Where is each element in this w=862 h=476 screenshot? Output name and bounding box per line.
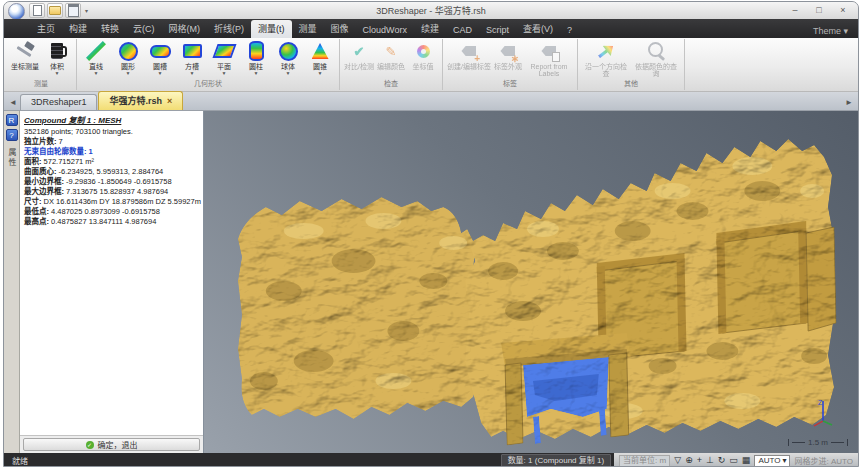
app-logo-icon[interactable]: [8, 3, 25, 20]
close-button[interactable]: ×: [832, 4, 854, 17]
ribbon-tab-6[interactable]: 测量(t): [251, 20, 292, 38]
titlebar: ▾ 3DReshaper - 华强方特.rsh – □ ×: [4, 2, 858, 19]
ribbon-group-buttons: 直线▼圆形▼圆槽▼方槽▼平面▼圆柱▼球体▼圆锥▼: [80, 39, 336, 77]
chevron-down-icon[interactable]: ▼: [190, 71, 195, 76]
ribbon-button-1-3[interactable]: 方槽▼: [176, 39, 208, 76]
chevron-down-icon[interactable]: ▼: [222, 71, 227, 76]
window-title: 3DReshaper - 华强方特.rsh: [4, 4, 858, 17]
chevron-down-icon[interactable]: ▼: [94, 71, 99, 76]
ribbon-tab-4[interactable]: 网格(M): [162, 20, 208, 38]
rotation-center-icon[interactable]: ⊥: [706, 456, 714, 465]
chevron-down-icon[interactable]: ▼: [286, 71, 291, 76]
ribbon-group-label: 几何形状: [80, 77, 336, 90]
ribbon-tab-3[interactable]: 云(C): [126, 20, 162, 38]
ribbon-button-1-2[interactable]: 圆槽▼: [144, 39, 176, 76]
ribbon-button-1-4[interactable]: 平面▼: [208, 39, 240, 76]
ribbon-button-2-0[interactable]: 对比/检测: [343, 39, 375, 70]
new-file-icon[interactable]: [29, 3, 45, 18]
reshaper-mini-icon[interactable]: R: [6, 114, 18, 126]
edit-color-icon: [380, 40, 402, 62]
chevron-down-icon[interactable]: ▼: [55, 71, 60, 76]
ribbon-tab-11[interactable]: CAD: [446, 23, 479, 38]
ribbon-button-1-1[interactable]: 圆形▼: [112, 39, 144, 76]
open-file-icon[interactable]: [47, 3, 63, 18]
ribbon-button-3-0[interactable]: 创建/编辑标签: [446, 39, 492, 70]
doc-tabs-scroll-right-icon[interactable]: ►: [842, 98, 856, 110]
ribbon-group-buttons: 对比/检测编辑颜色坐标值: [343, 39, 439, 77]
axis-z-label: Z: [818, 399, 823, 406]
tag-add-icon: [458, 40, 480, 62]
mesh-property-line-6: 尺寸: DX 16.611436m DY 18.879586m DZ 5.599…: [24, 197, 199, 207]
render-mode-dropdown[interactable]: AUTO▾: [754, 455, 790, 467]
grid-display-icon[interactable]: ▦: [742, 456, 751, 465]
ribbon-button-1-0[interactable]: 直线▼: [80, 39, 112, 76]
ribbon-tab-1[interactable]: 构建: [62, 20, 94, 38]
chevron-down-icon[interactable]: ▼: [126, 71, 131, 76]
ribbon-button-0-1[interactable]: 体积▼: [41, 39, 73, 76]
save-file-icon[interactable]: [65, 3, 81, 18]
scale-bar: 1.5 m: [788, 438, 848, 447]
selection-count-text: 数量: 1 (Compound 复制 1): [501, 454, 611, 467]
chevron-down-icon[interactable]: ▼: [254, 71, 259, 76]
select-area-icon[interactable]: ▭: [729, 456, 738, 465]
status-tool-tray: 当前单位: m ▽⊕+⊥↻▭▦ AUTO▾ 网格步进: AUTO: [614, 453, 858, 467]
ribbon-tab-7[interactable]: 测量: [292, 20, 324, 38]
viewport-3d[interactable]: Z 1.5 m: [204, 111, 858, 453]
doc-tabs-scroll-left-icon[interactable]: ◄: [6, 98, 20, 110]
ribbon-group-3: 创建/编辑标签标签外观Report from Labels标签: [443, 39, 578, 90]
ribbon-button-1-5[interactable]: 圆柱▼: [240, 39, 272, 76]
ribbon-button-label: 依据颜色的查询: [632, 63, 680, 77]
close-tab-icon[interactable]: ×: [167, 96, 172, 106]
ribbon-tab-12[interactable]: Script: [479, 23, 516, 38]
document-tab-0[interactable]: 3DReshaper1: [20, 94, 98, 110]
ribbon-group-buttons: 坐标测量体积▼: [9, 39, 73, 77]
ribbon-button-3-1[interactable]: 标签外观: [492, 39, 524, 70]
ribbon-button-2-2[interactable]: 坐标值: [407, 39, 439, 70]
rotate-view-icon[interactable]: ↻: [718, 456, 726, 465]
ribbon-tab-5[interactable]: 折线(P): [207, 20, 251, 38]
document-tab-1[interactable]: 华强方特.rsh×: [98, 91, 183, 110]
ribbon-group-label: 其他: [581, 77, 681, 90]
qat-dropdown-icon[interactable]: ▾: [85, 7, 88, 14]
ribbon-button-4-0[interactable]: 沿一个方向检查: [581, 39, 631, 77]
ribbon-button-label: 创建/编辑标签: [447, 63, 491, 70]
chevron-down-icon[interactable]: ▼: [158, 71, 163, 76]
ribbon-button-2-1[interactable]: 编辑颜色: [375, 39, 407, 70]
ribbon-button-label: 坐标测量: [11, 63, 39, 70]
filter-icon[interactable]: ▽: [674, 456, 681, 465]
mesh-property-line-2: 面积: 572.715271 m²: [24, 157, 199, 167]
ribbon-button-0-0[interactable]: 坐标测量: [9, 39, 41, 70]
chevron-down-icon: ▾: [782, 456, 786, 466]
ribbon-button-label: 平面: [217, 63, 231, 70]
theme-selector[interactable]: Theme ▾: [809, 24, 852, 38]
ribbon-tab-13[interactable]: 查看(V): [516, 20, 560, 38]
ribbon-tab-8[interactable]: 图像: [324, 20, 356, 38]
maximize-button[interactable]: □: [808, 4, 830, 17]
compare-icon: [348, 40, 370, 62]
confirm-exit-button[interactable]: ✓ 确定，退出: [23, 438, 200, 451]
tag-gear-icon: [497, 40, 519, 62]
ribbon-button-4-1[interactable]: 依据颜色的查询: [631, 39, 681, 77]
ribbon-tab-0[interactable]: 主页: [30, 20, 62, 38]
help-icon[interactable]: ?: [6, 129, 18, 141]
chevron-down-icon[interactable]: ▼: [318, 71, 323, 76]
ribbon-button-label: 方槽: [185, 63, 199, 70]
ribbon-button-label: 圆槽: [153, 63, 167, 70]
ribbon-tab-14[interactable]: ?: [560, 23, 579, 38]
ribbon-tab-2[interactable]: 转换: [94, 20, 126, 38]
ribbon-tab-10[interactable]: 续建: [414, 20, 446, 38]
properties-rail-label[interactable]: 属性: [6, 148, 17, 168]
axis-triad-icon: Z: [810, 397, 836, 431]
ribbon-button-label: 圆锥: [313, 63, 327, 70]
scale-bar-label: 1.5 m: [808, 438, 828, 447]
ribbon-tab-9[interactable]: CloudWorx: [356, 23, 414, 38]
properties-body: Compound 复制 1 : MESH 352186 points; 7031…: [20, 111, 203, 435]
ribbon-button-1-7[interactable]: 圆锥▼: [304, 39, 336, 76]
minimize-button[interactable]: –: [784, 4, 806, 17]
ribbon-button-3-2[interactable]: Report from Labels: [524, 39, 574, 77]
sphere-icon: [277, 40, 299, 62]
circle-icon: [117, 40, 139, 62]
zoom-window-icon[interactable]: ⊕: [685, 456, 693, 465]
ribbon-button-1-6[interactable]: 球体▼: [272, 39, 304, 76]
move-view-icon[interactable]: +: [697, 456, 702, 465]
